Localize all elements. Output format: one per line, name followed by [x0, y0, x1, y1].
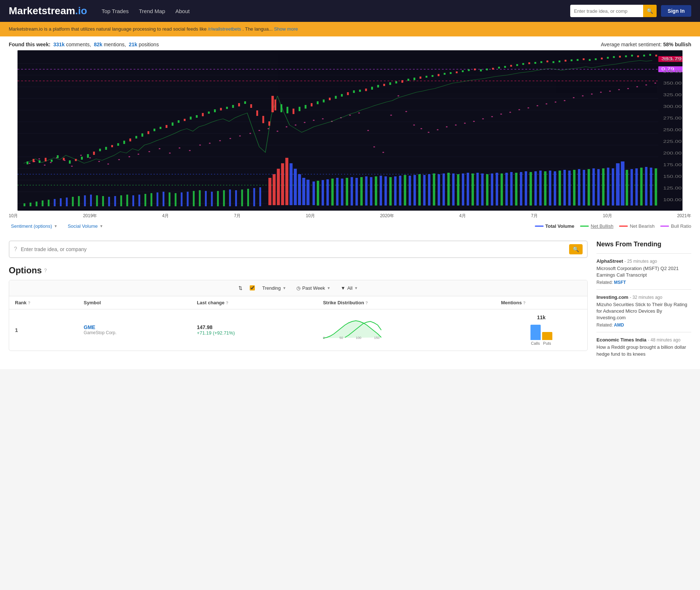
svg-rect-96 — [63, 158, 65, 160]
svg-point-60 — [398, 95, 399, 96]
strike-help-icon[interactable]: ? — [365, 301, 368, 305]
x-label-3: 7月 — [234, 213, 241, 219]
svg-point-86 — [627, 88, 629, 89]
x-label-8: 10月 — [603, 213, 612, 219]
legend-label-total-volume: Total Volume — [545, 223, 575, 229]
chart-svg: 383.79 0.79 400.00 375.00 350.00 325.00 … — [18, 50, 682, 211]
news-text-1: Microsoft Corporation (MSFT) Q2 2021 Ear… — [596, 265, 691, 278]
banner-show-more[interactable]: Show more — [274, 26, 298, 32]
svg-rect-295 — [539, 171, 542, 206]
svg-rect-305 — [588, 169, 590, 206]
sort-button[interactable]: ⇅ — [236, 284, 245, 292]
svg-point-88 — [646, 85, 647, 85]
x-label-1: 2019年 — [83, 213, 97, 219]
svg-rect-249 — [326, 179, 329, 206]
svg-rect-171 — [510, 65, 512, 67]
options-help-icon[interactable]: ? — [44, 267, 47, 273]
svg-rect-296 — [544, 171, 547, 206]
svg-rect-139 — [317, 101, 319, 104]
svg-rect-95 — [57, 155, 59, 158]
stats-row: Found this week: 331k comments, 82k ment… — [0, 36, 700, 50]
svg-rect-136 — [299, 107, 300, 111]
header-search-input[interactable] — [570, 8, 643, 14]
nav-trend-map[interactable]: Trend Map — [139, 8, 165, 14]
svg-rect-178 — [552, 61, 554, 63]
news-item-3: Economic Times India - 48 minutes ago Ho… — [596, 332, 691, 363]
svg-rect-201 — [54, 199, 55, 206]
body-search-input[interactable] — [21, 246, 565, 252]
sentiment-dropdown-button[interactable]: Sentiment (options) ▼ — [9, 222, 60, 230]
puts-label: Puts — [542, 341, 552, 345]
stats-positions-label: positions — [137, 42, 159, 47]
svg-rect-132 — [275, 99, 276, 110]
mentions-help-icon[interactable]: ? — [523, 301, 526, 305]
svg-rect-186 — [601, 58, 603, 59]
legend-net-bearish[interactable]: Net Bearish — [619, 223, 654, 229]
banner-wsb-link[interactable]: /r/wallstreetbets — [208, 26, 241, 32]
svg-rect-233 — [247, 189, 249, 206]
chart-controls-left: Sentiment (options) ▼ Social Volume ▼ — [9, 222, 105, 230]
svg-rect-152 — [395, 81, 397, 83]
svg-rect-147 — [365, 89, 367, 91]
filter-label: All — [347, 285, 352, 291]
trending-checkbox[interactable] — [250, 285, 255, 290]
svg-rect-145 — [353, 90, 355, 93]
social-volume-dropdown-button[interactable]: Social Volume ▼ — [66, 222, 105, 230]
news-related-link-1[interactable]: MSFT — [614, 280, 626, 285]
svg-rect-188 — [613, 56, 615, 58]
body-search-help-icon[interactable]: ? — [14, 246, 17, 253]
body-search-button[interactable]: 🔍 — [569, 244, 583, 254]
svg-rect-282 — [621, 161, 625, 206]
svg-rect-289 — [510, 172, 513, 206]
svg-rect-231 — [235, 190, 237, 206]
legend-bull-ratio[interactable]: Bull Ratio — [660, 223, 691, 229]
legend-total-volume[interactable]: Total Volume — [535, 223, 575, 229]
svg-rect-101 — [93, 152, 95, 155]
svg-rect-120 — [208, 112, 210, 114]
company-name: GameStop Corp. — [84, 330, 185, 335]
news-related-link-2[interactable]: AMD — [614, 323, 624, 328]
svg-rect-200 — [48, 200, 50, 206]
filter-dropdown-button[interactable]: ▼ All ▼ — [338, 284, 361, 292]
change-help-icon[interactable]: ? — [226, 301, 228, 305]
svg-point-63 — [421, 128, 422, 129]
legend-net-bullish[interactable]: Net Bullish — [580, 223, 613, 229]
svg-rect-129 — [262, 116, 264, 123]
svg-rect-172 — [516, 64, 518, 66]
legend-dot-total-volume — [535, 226, 544, 227]
svg-rect-133 — [280, 104, 282, 112]
svg-rect-151 — [389, 82, 391, 85]
svg-rect-117 — [190, 117, 192, 120]
rank-help-icon[interactable]: ? — [28, 301, 30, 305]
svg-rect-208 — [96, 195, 98, 206]
svg-rect-112 — [160, 127, 162, 129]
svg-rect-144 — [347, 92, 349, 95]
svg-point-36 — [179, 148, 180, 148]
svg-point-78 — [555, 102, 556, 102]
svg-rect-153 — [401, 80, 403, 83]
svg-rect-251 — [336, 178, 339, 206]
logo-io: io — [78, 5, 87, 16]
svg-rect-304 — [583, 170, 585, 206]
trending-dropdown-button[interactable]: Trending ▼ — [259, 284, 289, 292]
svg-point-73 — [510, 112, 511, 113]
svg-rect-192 — [637, 55, 639, 57]
body-search-container: ? 🔍 — [9, 241, 588, 258]
symbol-link[interactable]: GME — [84, 324, 96, 330]
calls-bar — [530, 325, 541, 340]
news-title: News From Trending — [596, 241, 691, 248]
cell-symbol: GME GameStop Corp. — [78, 309, 191, 351]
body-section: ? 🔍 Options ? ⇅ Trending ▼ — [0, 235, 700, 369]
svg-rect-266 — [409, 176, 411, 206]
sign-in-button[interactable]: Sign In — [661, 5, 691, 17]
period-dropdown-button[interactable]: ◷ Past Week ▼ — [293, 284, 334, 292]
svg-text:375.00: 375.00 — [663, 70, 682, 74]
header-search-button[interactable]: 🔍 — [643, 5, 657, 17]
svg-rect-140 — [323, 99, 324, 102]
news-time-3: - 48 minutes ago — [648, 337, 680, 343]
svg-point-21 — [44, 165, 45, 165]
nav-about[interactable]: About — [175, 8, 190, 14]
svg-rect-108 — [135, 136, 137, 138]
svg-rect-175 — [534, 62, 536, 64]
nav-top-trades[interactable]: Top Trades — [102, 8, 129, 14]
